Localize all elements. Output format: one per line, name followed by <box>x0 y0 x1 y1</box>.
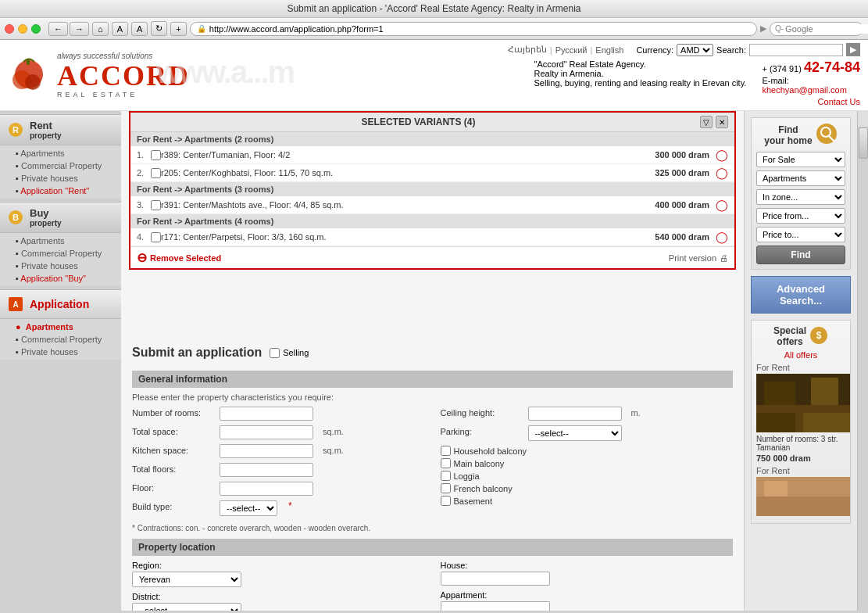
balcony-loggia-check[interactable] <box>441 471 451 481</box>
back-button[interactable]: ← <box>48 22 68 36</box>
variant-delete-1[interactable]: ◯ <box>716 149 728 161</box>
minimize-button[interactable] <box>18 24 27 34</box>
all-offers-link[interactable]: All offers <box>756 350 845 360</box>
close-button[interactable] <box>5 24 14 34</box>
rent-title: Rent <box>30 120 62 131</box>
url-input[interactable] <box>209 24 750 34</box>
site-search-button[interactable]: ▶ <box>846 43 860 56</box>
sidebar-item-buy-apartments[interactable]: ▪ Apartments <box>13 235 121 247</box>
sidebar-item-rent-application[interactable]: ▪ Application "Rent" <box>13 185 121 197</box>
zone-select[interactable]: In zone... <box>756 189 845 205</box>
price-to-select[interactable]: Price to... <box>756 227 845 242</box>
variant-check-3[interactable] <box>151 200 161 210</box>
text-small-button[interactable]: A <box>112 22 128 36</box>
variant-row-1: 1. r389: Center/Tumanian, Floor: 4/2 300… <box>130 146 734 164</box>
buy-section-title[interactable]: B Buy property <box>0 202 121 233</box>
logo-icon <box>8 52 51 95</box>
sidebar-item-app-houses[interactable]: ▪ Private houses <box>13 346 121 358</box>
region-select[interactable]: Yerevan <box>132 572 241 587</box>
advanced-search-panel[interactable]: Advanced Search... <box>751 276 851 314</box>
balcony-main-check[interactable] <box>441 458 451 468</box>
browser-chrome: Submit an application - 'Accord' Real Es… <box>0 0 868 40</box>
variant-delete-3[interactable]: ◯ <box>716 199 728 211</box>
balcony-basement-check[interactable] <box>441 496 451 506</box>
currency-select[interactable]: AMD USD EUR <box>677 44 713 56</box>
variant-delete-4[interactable]: ◯ <box>716 231 728 243</box>
ceiling-height-row: Ceiling height: m. <box>441 407 734 421</box>
district-select[interactable]: --select-- <box>132 603 241 611</box>
total-floors-input[interactable] <box>220 463 313 477</box>
special-offers-title: Special offers $ <box>756 325 845 347</box>
variant-delete-2[interactable]: ◯ <box>716 167 728 179</box>
parking-select[interactable]: --select-- <box>528 425 622 441</box>
region-label: Region: <box>132 561 241 570</box>
selling-checkbox[interactable] <box>270 348 280 358</box>
contact-us-link[interactable]: Contact Us <box>818 97 860 106</box>
buy-title: Buy <box>30 207 62 219</box>
forward-button[interactable]: → <box>70 22 89 36</box>
variant-check-1[interactable] <box>151 150 161 160</box>
kitchen-space-input[interactable] <box>220 444 313 458</box>
svg-text:A: A <box>13 300 18 309</box>
search-input[interactable] <box>785 24 868 34</box>
sidebar-item-app-apartments[interactable]: ● Apartments <box>13 321 121 333</box>
variant-check-2[interactable] <box>151 168 161 178</box>
home-button[interactable]: ⌂ <box>92 22 109 36</box>
house-input[interactable] <box>441 572 550 586</box>
sidebar-item-buy-houses[interactable]: ▪ Private houses <box>13 260 121 272</box>
ceiling-height-input[interactable] <box>528 407 622 421</box>
variant-check-4[interactable] <box>151 232 161 242</box>
variants-collapse-button[interactable]: ▽ <box>700 116 713 128</box>
refresh-button[interactable]: ↻ <box>151 21 167 36</box>
search-bar[interactable]: Q- <box>770 22 863 36</box>
sidebar-item-buy-application[interactable]: ▪ Application "Buy" <box>13 272 121 285</box>
property-type-select[interactable]: Apartments Houses Commercial <box>756 170 845 186</box>
rent-section-title[interactable]: R Rent property <box>0 114 121 145</box>
special-title-2: offers <box>773 336 806 347</box>
scrollbar-thumb[interactable] <box>859 127 868 159</box>
svg-rect-19 <box>756 413 795 432</box>
variants-close-button[interactable]: ✕ <box>716 116 728 128</box>
floor-input[interactable] <box>220 482 313 496</box>
sidebar-application-section: A Application ● Apartments ▪ Commercial … <box>0 289 121 360</box>
scrollbar[interactable] <box>857 111 868 611</box>
find-button[interactable]: Find <box>756 246 845 264</box>
remove-selected-button[interactable]: ⊖ Remove Selected <box>137 250 221 265</box>
print-version-button[interactable]: Print version 🖨 <box>669 253 728 263</box>
offer-image-1 <box>756 374 850 432</box>
total-floors-label: Total floors: <box>132 463 210 474</box>
sidebar-item-buy-commercial[interactable]: ▪ Commercial Property <box>13 247 121 260</box>
application-section-title[interactable]: A Application <box>0 289 121 319</box>
balcony-french-check[interactable] <box>441 483 451 493</box>
type-select[interactable]: For Sale For Rent <box>756 152 845 167</box>
maximize-button[interactable] <box>31 24 41 34</box>
balcony-household-check[interactable] <box>441 446 451 456</box>
sidebar-item-rent-houses[interactable]: ▪ Private houses <box>13 172 121 185</box>
price-from-select[interactable]: Price from... <box>756 208 845 224</box>
svg-text:B: B <box>13 213 19 222</box>
build-type-label: Build type: <box>132 500 210 511</box>
ceiling-unit: m. <box>631 407 641 418</box>
scrollbar-up[interactable] <box>858 111 868 127</box>
svg-rect-24 <box>819 481 842 496</box>
company-desc: Selling, buying, renting and leasing rea… <box>534 78 747 88</box>
appartment-input[interactable] <box>441 601 550 611</box>
lang-english[interactable]: English <box>595 45 623 55</box>
sidebar-item-rent-apartments[interactable]: ▪ Apartments <box>13 147 121 160</box>
find-home-panel: Find your home For Sale <box>751 117 851 270</box>
site-search-input[interactable] <box>749 44 843 56</box>
sidebar-item-app-commercial[interactable]: ▪ Commercial Property <box>13 333 121 346</box>
kitchen-space-label: Kitchen space: <box>132 444 210 455</box>
lang-russian[interactable]: Русский <box>555 45 588 55</box>
lang-armenian[interactable]: Հայերեն <box>508 45 547 55</box>
build-type-select[interactable]: --select-- <box>220 500 277 516</box>
address-bar[interactable]: 🔒 <box>190 22 757 36</box>
find-home-title: Find your home <box>756 123 845 147</box>
text-large-button[interactable]: A <box>131 22 148 36</box>
total-space-input[interactable] <box>220 425 313 439</box>
add-tab-button[interactable]: + <box>170 22 186 36</box>
email-link[interactable]: khechyan@gmail.com <box>762 85 846 95</box>
sidebar-item-rent-commercial[interactable]: ▪ Commercial Property <box>13 160 121 172</box>
nav-buttons: ← → <box>48 22 89 36</box>
rooms-input[interactable] <box>220 407 313 421</box>
